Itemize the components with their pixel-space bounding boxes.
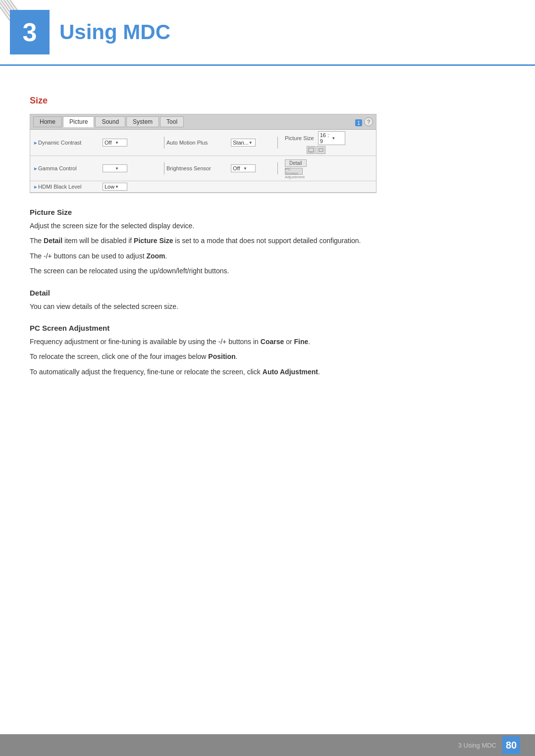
select-hdmi[interactable]: Low ▼ [103, 183, 127, 191]
pc-icon-1[interactable] [307, 146, 316, 154]
select-dynamic-contrast[interactable]: Off ▼ [103, 139, 127, 147]
para-picture-size-1: Adjust the screen size for the selected … [30, 220, 505, 231]
para-picture-size-2: The Detail item will be disabled if Pict… [30, 235, 505, 246]
select-picture-size[interactable]: 16 : 9 ▼ [318, 131, 345, 145]
label-dynamic-contrast: Dynamic Contrast [38, 140, 103, 146]
detail-button[interactable]: Detail [285, 159, 307, 167]
pc-screen-label: Adjustment [285, 175, 305, 179]
arrow-icon-2: ► [33, 166, 38, 171]
para-pc-3: To automatically adjust the frequency, f… [30, 366, 505, 377]
para-detail-1: You can view details of the selected scr… [30, 301, 505, 312]
label-hdmi: HDMI Black Level [38, 184, 103, 190]
arrow-icon-3: ► [33, 184, 38, 190]
footer-page-number: 80 [502, 736, 520, 754]
panel-rows: ► Dynamic Contrast Off ▼ Auto Motion Plu… [30, 130, 376, 193]
subsection-title-picture-size: Picture Size [30, 208, 505, 216]
tab-tool[interactable]: Tool [160, 116, 184, 127]
label-auto-motion: Auto Motion Plus [166, 140, 231, 146]
svg-rect-6 [309, 148, 314, 152]
badge-number: 1 [355, 119, 362, 126]
panel-row-2: ► Gamma Control ▼ Brightness Sensor Off … [30, 156, 376, 181]
pc-icon-2[interactable] [317, 146, 325, 154]
pc-icon-3[interactable]: PC Screen [285, 168, 303, 175]
select-auto-motion[interactable]: Stan... ▼ [231, 139, 256, 147]
ui-mockup: Home Picture Sound System Tool 1 ? ► Dyn… [30, 114, 376, 193]
footer: 3 Using MDC 80 [0, 734, 535, 756]
panel-row-3: ► HDMI Black Level Low ▼ [30, 181, 376, 193]
chapter-header: 3 Using MDC [0, 0, 535, 66]
subsection-title-pc-screen: PC Screen Adjustment [30, 324, 505, 332]
label-picture-size: Picture Size [285, 135, 314, 141]
tab-picture[interactable]: Picture [63, 116, 94, 127]
toolbar: Home Picture Sound System Tool 1 ? [30, 114, 376, 130]
chapter-title: Using MDC [59, 20, 170, 44]
select-gamma[interactable]: ▼ [103, 164, 127, 172]
label-gamma: Gamma Control [38, 165, 103, 171]
para-picture-size-3: The -/+ buttons can be used to adjust Zo… [30, 251, 505, 261]
svg-rect-8 [319, 149, 323, 151]
main-content: Size Home Picture Sound System Tool 1 ? … [0, 96, 535, 411]
para-picture-size-4: The screen can be relocated using the up… [30, 265, 505, 276]
panel-row-1: ► Dynamic Contrast Off ▼ Auto Motion Plu… [30, 130, 376, 156]
para-pc-1: Frequency adjustment or fine-tuning is a… [30, 336, 505, 347]
subsection-title-detail: Detail [30, 289, 505, 297]
footer-label: 3 Using MDC [458, 742, 496, 749]
tab-sound[interactable]: Sound [95, 116, 125, 127]
arrow-icon-1: ► [33, 140, 38, 146]
tab-system[interactable]: System [126, 116, 159, 127]
label-brightness: Brightness Sensor [166, 165, 231, 171]
chapter-number: 3 [10, 10, 50, 54]
tab-home[interactable]: Home [33, 116, 62, 127]
para-pc-2: To relocate the screen, click one of the… [30, 351, 505, 362]
question-icon[interactable]: ? [364, 117, 373, 126]
select-brightness[interactable]: Off ▼ [231, 164, 256, 172]
section-heading: Size [30, 96, 505, 106]
